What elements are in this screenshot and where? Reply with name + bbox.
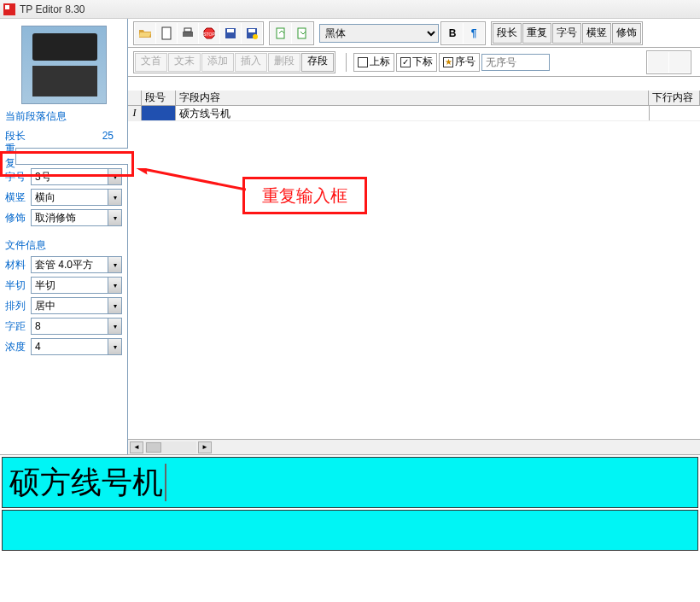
chevron-down-icon: ▾ [108, 339, 121, 354]
row-spacing: 字距 8 ▾ [0, 316, 127, 336]
checkbox-icon: ✓ [400, 57, 411, 67]
chevron-down-icon: ▾ [108, 298, 121, 313]
spacing-label: 字距 [5, 319, 31, 334]
save-button[interactable] [220, 23, 241, 44]
paragraph-button[interactable]: ¶ [464, 23, 484, 44]
fontsize-button[interactable]: 字号 [552, 23, 581, 44]
material-label: 材料 [5, 258, 31, 272]
add-button[interactable]: 添加 [201, 53, 234, 72]
preview-text: 硕方线号机 [9, 462, 163, 504]
repeat-button[interactable]: 重复 [522, 23, 551, 44]
chevron-down-icon: ▾ [108, 169, 121, 184]
right-panel: STOP 黑体 B ¶ 段长 重复 字号 横竖 修饰 [128, 19, 700, 454]
row-cursor-icon: I [128, 106, 142, 120]
print-button[interactable] [178, 23, 198, 44]
spacing-select[interactable]: 8 ▾ [31, 318, 122, 335]
separator [346, 53, 347, 72]
halfcut-label: 半切 [5, 278, 31, 293]
titlebar: TP Editor 8.30 [0, 0, 700, 19]
fontsize-label: 字号 [5, 170, 31, 184]
deco-select[interactable]: 取消修饰 ▾ [31, 209, 122, 226]
grid-header-index [128, 91, 142, 105]
grid-header-segno[interactable]: 段号 [142, 91, 176, 105]
left-panel: 当前段落信息 段长 25 重复 字号 3号 ▾ 横竖 横向 ▾ 修饰 [0, 19, 128, 454]
chevron-down-icon: ▾ [108, 257, 121, 272]
material-select[interactable]: 套管 4.0平方 ▾ [31, 256, 122, 273]
fontsize-select[interactable]: 3号 ▾ [31, 168, 122, 185]
svg-rect-6 [227, 29, 234, 32]
align-select[interactable]: 居中 ▾ [31, 297, 122, 314]
export1-button[interactable] [271, 23, 291, 44]
row-content-cell: 硕方线号机 [176, 106, 649, 120]
tail-button[interactable]: 文末 [168, 53, 201, 72]
svg-rect-2 [184, 28, 191, 32]
svg-rect-10 [277, 28, 284, 38]
checkbox-icon [358, 57, 368, 67]
seglen-value: 25 [31, 130, 122, 142]
grid-body[interactable] [128, 121, 700, 439]
halfcut-select[interactable]: 半切 ▾ [31, 277, 122, 294]
chevron-down-icon: ▾ [108, 210, 121, 225]
section-current-paragraph: 当前段落信息 [0, 108, 127, 126]
superscript-toggle[interactable]: 上标 [353, 53, 394, 72]
table-row[interactable]: I 硕方线号机 [128, 106, 700, 121]
svg-rect-1 [183, 32, 193, 37]
grid-header-next[interactable]: 下行内容 [649, 91, 700, 105]
window-title: TP Editor 8.30 [20, 3, 85, 15]
row-orientation: 横竖 横向 ▾ [0, 187, 127, 207]
section-file-info: 文件信息 [0, 237, 127, 254]
row-seglen: 段长 25 [0, 126, 127, 146]
device-preview-image [21, 26, 107, 104]
row-align: 排列 居中 ▾ [0, 295, 127, 316]
sequence-input[interactable] [481, 54, 550, 71]
deco-label: 修饰 [5, 211, 31, 225]
saveseg-button[interactable]: 存段 [301, 53, 334, 72]
preview-strip-2[interactable] [2, 510, 698, 551]
toolbar-main: STOP 黑体 B ¶ 段长 重复 字号 横竖 修饰 [128, 19, 700, 48]
orient-select[interactable]: 横向 ▾ [31, 189, 122, 206]
toolbar-style-group: B ¶ [440, 21, 486, 45]
preview-strip-1[interactable]: 硕方线号机 [2, 457, 698, 508]
app-icon [3, 3, 15, 15]
export2-button[interactable] [292, 23, 312, 44]
svg-rect-0 [162, 27, 171, 39]
deco-button[interactable]: 修饰 [612, 23, 641, 44]
delete-button[interactable]: 删段 [268, 53, 300, 72]
sequence-toggle[interactable]: ★ 序号 [439, 53, 480, 72]
scroll-track[interactable] [145, 441, 196, 453]
row-repeat: 重复 [0, 146, 127, 167]
orient-button[interactable]: 横竖 [582, 23, 611, 44]
extra1-button[interactable] [648, 52, 668, 73]
horizontal-scrollbar[interactable]: ◄ ► [128, 439, 700, 454]
stop-button[interactable]: STOP [199, 23, 219, 44]
toolbar-file-group: STOP [133, 21, 264, 45]
chevron-down-icon: ▾ [108, 319, 121, 334]
extra2-button[interactable] [669, 52, 690, 73]
preview-area: 硕方线号机 [0, 454, 700, 602]
head-button[interactable]: 文首 [135, 53, 167, 72]
subscript-toggle[interactable]: ✓ 下标 [396, 53, 437, 72]
main-content: 当前段落信息 段长 25 重复 字号 3号 ▾ 横竖 横向 ▾ 修饰 [0, 19, 700, 454]
open-button[interactable] [135, 23, 155, 44]
grid-header-content[interactable]: 字段内容 [176, 91, 649, 105]
row-fontsize: 字号 3号 ▾ [0, 167, 127, 187]
chevron-down-icon: ▾ [108, 190, 121, 205]
seglen-button[interactable]: 段长 [493, 23, 522, 44]
toolbar-export-group [269, 21, 314, 45]
star-icon: ★ [443, 57, 453, 67]
row-next-cell [649, 106, 700, 120]
scroll-left-icon[interactable]: ◄ [130, 441, 143, 453]
toolbar-prop-group: 段长 重复 字号 横竖 修饰 [491, 21, 643, 45]
saveas-button[interactable] [242, 23, 262, 44]
insert-button[interactable]: 插入 [235, 53, 267, 72]
scroll-right-icon[interactable]: ► [198, 441, 212, 453]
svg-rect-8 [248, 29, 255, 32]
scroll-thumb[interactable] [146, 442, 161, 453]
font-family-select[interactable]: 黑体 [319, 24, 439, 43]
bold-button[interactable]: B [442, 23, 463, 44]
row-segno-cell [142, 106, 176, 120]
density-select[interactable]: 4 ▾ [31, 338, 122, 355]
seglen-label: 段长 [5, 129, 31, 143]
density-label: 浓度 [5, 340, 31, 354]
new-button[interactable] [156, 23, 177, 44]
